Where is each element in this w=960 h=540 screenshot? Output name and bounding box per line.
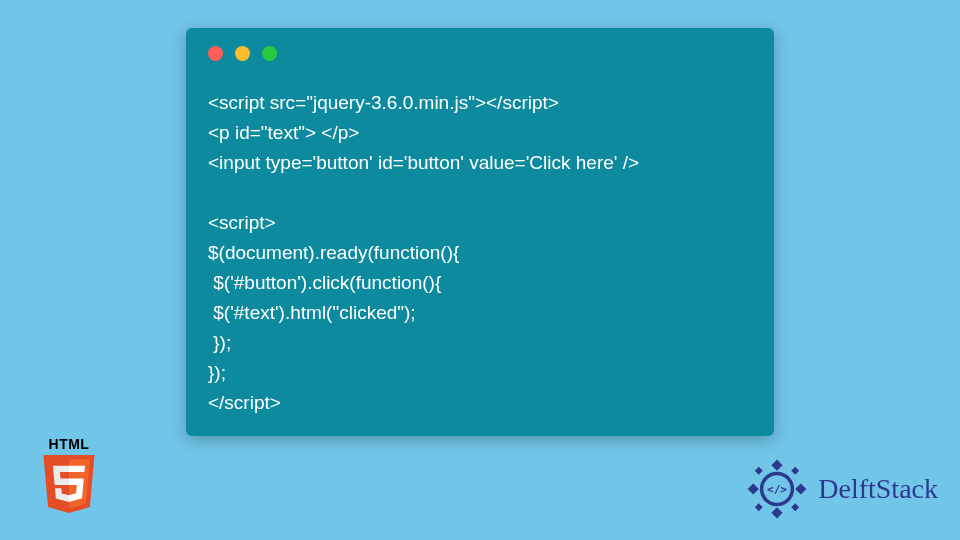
minimize-icon xyxy=(235,46,250,61)
delftstack-brand: </> DelftStack xyxy=(742,454,938,524)
svg-text:</>: </> xyxy=(767,483,787,496)
html5-shield-icon xyxy=(40,454,98,514)
html5-label: HTML xyxy=(36,436,102,452)
window-controls xyxy=(208,46,277,61)
delftstack-name: DelftStack xyxy=(818,473,938,505)
delftstack-logo-icon: </> xyxy=(742,454,812,524)
code-block: <script src="jquery-3.6.0.min.js"></scri… xyxy=(208,88,752,416)
maximize-icon xyxy=(262,46,277,61)
close-icon xyxy=(208,46,223,61)
code-panel: <script src="jquery-3.6.0.min.js"></scri… xyxy=(186,28,774,436)
html5-badge: HTML xyxy=(36,436,102,518)
